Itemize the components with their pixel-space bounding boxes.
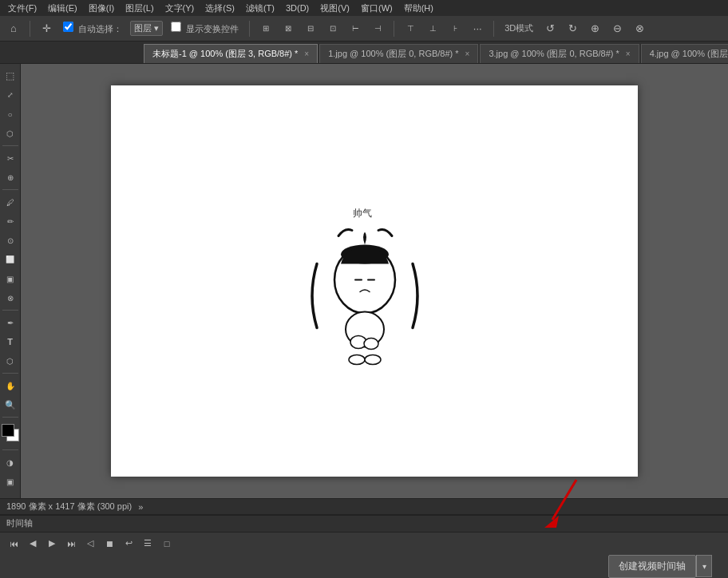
- statusbar: 1890 像素 x 1417 像素 (300 ppi) »: [0, 498, 728, 514]
- zoom-in-icon[interactable]: ⊕: [586, 20, 603, 38]
- timeline-settings[interactable]: □: [160, 536, 174, 551]
- tab-close-untitled[interactable]: ×: [304, 49, 309, 58]
- lt-sep-1: [2, 145, 18, 146]
- type-icon[interactable]: T: [2, 333, 19, 350]
- timeline-next-frame[interactable]: ⏭: [64, 536, 78, 551]
- right-aura: [413, 264, 417, 328]
- status-arrow[interactable]: »: [138, 502, 143, 512]
- timeline-panel: 时间轴 ⏮ ◀ ▶ ⏭ ◁ ⏹ ↩ ☰ □ 创建视频时间轴 ▾: [0, 514, 728, 578]
- menu-view[interactable]: 视图(V): [315, 1, 354, 16]
- path-icon[interactable]: ⬡: [2, 352, 19, 370]
- menu-3d[interactable]: 3D(D): [281, 2, 314, 14]
- character-illustration: 帅气: [295, 192, 454, 370]
- more-icon[interactable]: ···: [469, 20, 486, 38]
- gradient-icon[interactable]: ▣: [2, 270, 19, 287]
- crop-icon[interactable]: ✂: [2, 149, 19, 167]
- dist-vert-icon[interactable]: ⊥: [424, 20, 441, 38]
- lt-sep-4: [2, 373, 18, 374]
- lasso-tool-icon[interactable]: ⤢: [2, 86, 19, 104]
- canvas-area: 帅气: [21, 64, 728, 498]
- dist-horiz-icon[interactable]: ⊤: [402, 20, 419, 38]
- tab-close-3jpg[interactable]: ×: [626, 49, 631, 58]
- tab-close-1jpg[interactable]: ×: [465, 49, 470, 58]
- character-right-foot: [365, 355, 381, 365]
- menu-help[interactable]: 帮助(H): [399, 1, 438, 16]
- dist-extra-icon[interactable]: ⊦: [446, 20, 464, 38]
- left-eyebrow: [338, 229, 352, 236]
- timeline-loop[interactable]: ↩: [121, 536, 136, 551]
- character-hair-tuft: [363, 232, 366, 245]
- eyedropper-icon[interactable]: ⊕: [2, 168, 19, 186]
- hand-icon[interactable]: ✋: [2, 377, 19, 394]
- zoom-icon[interactable]: 🔍: [2, 396, 19, 414]
- menubar: 文件(F) 编辑(E) 图像(I) 图层(L) 文字(Y) 选择(S) 滤镜(T…: [0, 0, 728, 16]
- tab-untitled[interactable]: 未标题-1 @ 100% (图层 3, RGB/8#) * ×: [144, 44, 318, 63]
- document-canvas: 帅气: [111, 85, 638, 477]
- timeline-play[interactable]: ▶: [45, 536, 59, 551]
- timeline-header: 时间轴: [0, 516, 728, 532]
- align-left-icon[interactable]: ⊡: [324, 20, 342, 38]
- home-icon[interactable]: ⌂: [5, 20, 22, 38]
- character-label: 帅气: [353, 208, 372, 219]
- timeline-content: 创建视频时间轴 ▾: [0, 555, 728, 578]
- timeline-options[interactable]: ☰: [140, 536, 155, 551]
- 3d-mode-label: 3D模式: [501, 21, 536, 36]
- menu-layer[interactable]: 图层(L): [121, 1, 158, 16]
- auto-select-checkbox[interactable]: 自动选择：: [60, 20, 125, 37]
- left-aura: [312, 264, 317, 328]
- character-hands-right: [364, 338, 378, 350]
- align-bottom-icon[interactable]: ⊟: [302, 20, 319, 38]
- align-top-icon[interactable]: ⊞: [257, 20, 275, 38]
- pencil-icon[interactable]: ✏: [2, 212, 19, 230]
- align-vert-icon[interactable]: ⊠: [279, 20, 297, 38]
- layer-dropdown[interactable]: 图层 ▾: [130, 21, 163, 36]
- show-transform-checkbox[interactable]: 显示变换控件: [168, 20, 242, 37]
- quick-mask-icon[interactable]: ◑: [2, 453, 19, 471]
- reset-icon[interactable]: ↻: [564, 20, 581, 38]
- menu-window[interactable]: 窗口(W): [356, 1, 398, 16]
- document-tabs: 未标题-1 @ 100% (图层 3, RGB/8#) * × 1.jpg @ …: [0, 42, 728, 64]
- stamp-icon[interactable]: ⊙: [2, 232, 19, 249]
- menu-filter[interactable]: 滤镜(T): [241, 1, 279, 16]
- create-timeline-container: 创建视频时间轴 ▾: [608, 555, 712, 578]
- align-center-icon[interactable]: ⊢: [346, 20, 364, 38]
- create-timeline-dropdown[interactable]: ▾: [696, 555, 712, 577]
- zoom-out-icon[interactable]: ⊖: [608, 20, 626, 38]
- foreground-color-swatch[interactable]: [2, 424, 14, 437]
- rotate-icon[interactable]: ↺: [541, 20, 559, 38]
- left-toolbar: ⬚ ⤢ ○ ⬡ ✂ ⊕ 🖊 ✏ ⊙ ⬜ ▣ ⊗ ✒ T ⬡ ✋ 🔍 ◑ ▣: [0, 64, 21, 498]
- tab-4jpg[interactable]: 4.jpg @ 100% (图层 0, RGB/8#) * ×: [641, 44, 728, 63]
- timeline-title: 时间轴: [6, 517, 33, 529]
- menu-text[interactable]: 文字(Y): [160, 1, 200, 16]
- polygon-icon[interactable]: ⬡: [2, 125, 19, 142]
- marquee-tool-icon[interactable]: ⬚: [2, 67, 19, 85]
- blur-icon[interactable]: ⊗: [2, 289, 19, 307]
- tab-1jpg[interactable]: 1.jpg @ 100% (图层 0, RGB/8#) * ×: [319, 44, 478, 63]
- tab-3jpg[interactable]: 3.jpg @ 100% (图层 0, RGB/8#) * ×: [480, 44, 639, 63]
- toolbar-sep-3: [394, 21, 394, 37]
- right-eyebrow: [378, 229, 392, 236]
- menu-select[interactable]: 选择(S): [200, 1, 239, 16]
- timeline-prev-frame[interactable]: ◀: [26, 536, 40, 551]
- timeline-stop[interactable]: ⏹: [102, 536, 117, 551]
- toolbar-sep-4: [493, 21, 494, 37]
- menu-image[interactable]: 图像(I): [84, 1, 119, 16]
- menu-edit[interactable]: 编辑(E): [43, 1, 82, 16]
- lt-sep-2: [2, 189, 18, 190]
- eraser-icon[interactable]: ⬜: [2, 251, 19, 268]
- fit-icon[interactable]: ⊗: [631, 20, 648, 38]
- timeline-first-frame[interactable]: ⏮: [6, 536, 21, 551]
- screen-mode-icon[interactable]: ▣: [2, 473, 19, 490]
- align-right-icon[interactable]: ⊣: [369, 20, 386, 38]
- move-tool-icon[interactable]: ✛: [38, 20, 55, 38]
- create-video-timeline-button[interactable]: 创建视频时间轴: [608, 555, 696, 578]
- main-toolbar: ⌂ ✛ 自动选择： 图层 ▾ 显示变换控件 ⊞ ⊠ ⊟ ⊡ ⊢ ⊣ ⊤ ⊥ ⊦ …: [0, 16, 728, 42]
- lt-sep-5: [2, 417, 18, 418]
- brush-icon[interactable]: 🖊: [2, 193, 19, 211]
- pen-icon[interactable]: ✒: [2, 314, 19, 331]
- menu-file[interactable]: 文件(F): [3, 1, 42, 16]
- character-left-foot: [349, 355, 365, 365]
- timeline-back-frame[interactable]: ◁: [83, 536, 97, 551]
- lt-sep-6: [2, 449, 18, 450]
- elliptical-icon[interactable]: ○: [2, 105, 19, 123]
